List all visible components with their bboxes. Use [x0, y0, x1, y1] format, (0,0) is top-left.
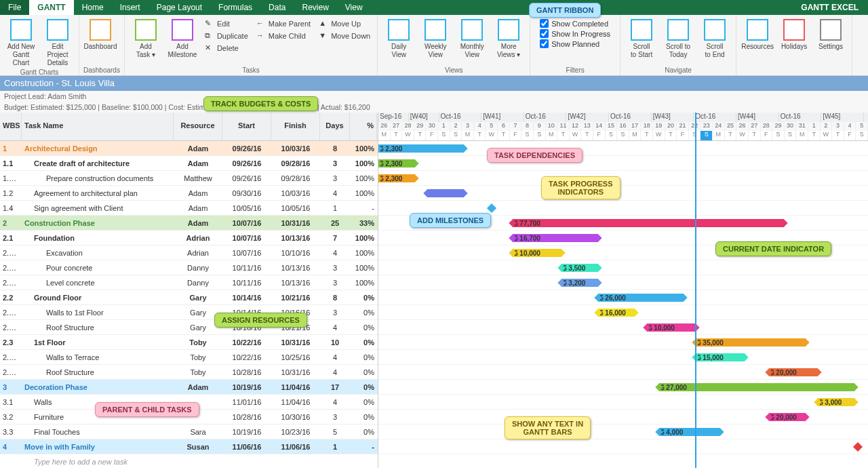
ribbon-duplicate[interactable]: ⧉Duplicate — [202, 31, 251, 41]
project-title: Construction - St. Louis Villa — [0, 76, 868, 91]
gantt-bar[interactable]: $ 77,700 — [513, 219, 784, 227]
task-row[interactable]: 2.1.3Level concreteDanny10/11/1610/13/16… — [0, 275, 378, 290]
grid-header: WBS Task Name Resource Start Finish Days… — [0, 113, 378, 141]
project-lead: Project Lead: Adam Smith — [0, 91, 868, 102]
ribbon-icon — [783, 19, 805, 41]
gantt-bar[interactable]: $ 2,300 — [378, 159, 415, 167]
menu-gantt[interactable]: GANTT — [29, 0, 73, 15]
ribbon-scroll[interactable]: Scroll to Start — [625, 18, 658, 65]
filter-show-completed[interactable]: Show Completed — [540, 19, 610, 28]
hdr-pct: % — [350, 113, 377, 140]
task-row[interactable]: 3Decoration PhaseAdam10/19/1611/04/16170… — [0, 380, 378, 395]
task-row[interactable]: 1.1.1Prepare construction documentsMatth… — [0, 171, 378, 186]
ribbon-make-parent[interactable]: ←Make Parent — [254, 18, 313, 29]
gantt-bar[interactable]: $ 16,000 — [598, 309, 635, 317]
gantt-bar[interactable]: $ 10,000 — [647, 323, 696, 332]
menu-view[interactable]: View — [337, 0, 371, 15]
ribbon-add-new[interactable]: Add New Gantt Chart — [4, 18, 38, 67]
gantt-bar[interactable]: $ 27,000 — [659, 383, 854, 391]
gantt-bar[interactable]: $ 20,000 — [769, 368, 818, 376]
task-row[interactable]: 2.3.2Roof StructureToby10/28/1610/31/164… — [0, 365, 378, 380]
gantt-bar[interactable]: $ 3,200 — [561, 279, 598, 287]
gantt-bar[interactable]: $ 15,000 — [696, 353, 745, 361]
gantt-bar[interactable]: $ 20,000 — [769, 413, 806, 421]
ribbon-scroll-to[interactable]: Scroll to Today — [661, 18, 695, 65]
task-row[interactable]: 2.2Ground FloorGary10/14/1610/21/1680% — [0, 290, 378, 305]
hdr-start: Start — [222, 113, 271, 140]
gantt-row — [378, 186, 868, 201]
task-row[interactable]: 2.1.2Pour concreteDanny10/11/1610/13/163… — [0, 260, 378, 275]
ribbon-move-up[interactable]: ▲Move Up — [316, 18, 373, 29]
task-row[interactable]: 2.2.2Roof StructureGary10/18/1610/21/164… — [0, 320, 378, 335]
ribbon-weekly[interactable]: Weekly View — [418, 18, 452, 65]
task-row[interactable]: 3.3Final TouchesSara10/19/1610/23/1650% — [0, 424, 378, 439]
gantt-bar[interactable]: $ 16,700 — [513, 234, 598, 242]
gantt-bar[interactable]: $ 35,000 — [696, 338, 806, 347]
filter-show-in-progress[interactable]: Show In Progress — [540, 29, 610, 38]
filter-show-planned[interactable]: Show Planned — [540, 39, 610, 48]
ribbon-daily[interactable]: Daily View — [382, 18, 416, 65]
task-row[interactable]: 2.2.1Walls to 1st FloorGary10/14/1610/16… — [0, 305, 378, 320]
menu-home[interactable]: Home — [74, 0, 112, 15]
ribbon-icon — [667, 19, 689, 41]
task-row[interactable]: 2.1.1ExcavationAdrian10/07/1610/10/16410… — [0, 245, 378, 260]
ribbon-settings[interactable]: Settings — [814, 18, 848, 74]
hdr-days: Days — [320, 113, 350, 140]
task-row[interactable]: 1.2Agreement to architectural planAdam09… — [0, 186, 378, 201]
menu-review[interactable]: Review — [294, 0, 336, 15]
ribbon-icon — [47, 19, 68, 41]
gantt-row: $ 2,300 — [378, 141, 868, 156]
task-row[interactable]: 2.3.1Walls to TerraceToby10/22/1610/25/1… — [0, 350, 378, 365]
ribbon-monthly[interactable]: Monthly View — [455, 18, 489, 65]
gantt-row: $ 4,000 — [378, 424, 868, 439]
task-row[interactable]: 2Construction PhaseAdam10/07/1610/31/162… — [0, 216, 378, 231]
task-row[interactable]: 1Architectural DesignAdam09/26/1610/03/1… — [0, 141, 378, 156]
gantt-bar[interactable]: $ 3,500 — [561, 264, 598, 272]
menu-page layout[interactable]: Page Layout — [149, 0, 210, 15]
gantt-bar[interactable]: $ 2,300 — [378, 174, 415, 182]
ribbon-resources[interactable]: Resources — [741, 18, 774, 74]
ribbon-edit-project[interactable]: Edit Project Details — [41, 18, 75, 67]
menu-insert[interactable]: Insert — [112, 0, 149, 15]
menu-data[interactable]: Data — [260, 0, 294, 15]
gantt-bar[interactable]: $ 10,000 — [513, 249, 561, 257]
gantt-row: $ 2,300 — [378, 156, 868, 171]
menu-file[interactable]: File — [0, 0, 29, 15]
hdr-wbs: WBS — [0, 113, 22, 140]
ribbon-add[interactable]: Add Milestone — [165, 18, 199, 65]
gantt-row: $ 27,000 — [378, 380, 868, 395]
menubar: FileGANTTHomeInsertPage LayoutFormulasDa… — [0, 0, 868, 15]
gantt-bar[interactable]: $ 2,300 — [378, 144, 464, 153]
ribbon-icon — [90, 19, 111, 41]
task-row[interactable]: 4Move in with FamilySusan11/06/1611/06/1… — [0, 439, 378, 454]
task-row[interactable]: 2.1FoundationAdrian10/07/1610/13/167100% — [0, 231, 378, 245]
callout-current: CURRENT DATE INDICATOR — [715, 241, 831, 256]
gantt-bar[interactable]: $ 3,000 — [818, 398, 854, 406]
ribbon-more[interactable]: More Views ▾ — [492, 18, 526, 65]
ribbon-make-child[interactable]: →Make Child — [254, 31, 313, 41]
gantt-bar[interactable]: $ 26,000 — [598, 294, 684, 302]
task-row[interactable]: 2.31st FloorToby10/22/1610/31/16100% — [0, 335, 378, 350]
ribbon-icon — [498, 19, 519, 41]
task-row[interactable]: 1.4Sign agreement with ClientAdam10/05/1… — [0, 201, 378, 216]
gantt-bar[interactable] — [427, 189, 464, 197]
task-row[interactable]: 1.1Create draft of architectureAdam09/26… — [0, 156, 378, 171]
ribbon-edit[interactable]: ✎Edit — [202, 18, 251, 29]
ribbon-icon — [820, 19, 842, 41]
gantt-chart: Sep-16[W40]Oct-16[W41]Oct-16[W42]Oct-16[… — [378, 113, 868, 468]
gantt-bar[interactable]: $ 4,000 — [659, 428, 720, 436]
menu-formulas[interactable]: Formulas — [210, 0, 260, 15]
milestone-icon[interactable] — [853, 442, 863, 452]
new-task-placeholder[interactable]: Type here to add a new task — [0, 454, 378, 468]
ribbon-add[interactable]: Add Task ▾ — [129, 18, 163, 65]
milestone-icon[interactable] — [487, 203, 496, 213]
timeline-header: Sep-16[W40]Oct-16[W41]Oct-16[W42]Oct-16[… — [378, 113, 868, 141]
ribbon-move-down[interactable]: ▼Move Down — [316, 31, 373, 41]
ribbon-dashboard[interactable]: Dashboard — [83, 18, 117, 65]
ribbon-delete[interactable]: ✕Delete — [202, 43, 251, 54]
gantt-row: $ 10,000 — [378, 320, 868, 335]
ribbon-icon — [631, 19, 652, 41]
ribbon-scroll[interactable]: Scroll to End — [698, 18, 732, 65]
callout-budgets: TRACK BUDGETS & COSTS — [203, 96, 318, 111]
ribbon-holidays[interactable]: Holidays — [777, 18, 811, 74]
